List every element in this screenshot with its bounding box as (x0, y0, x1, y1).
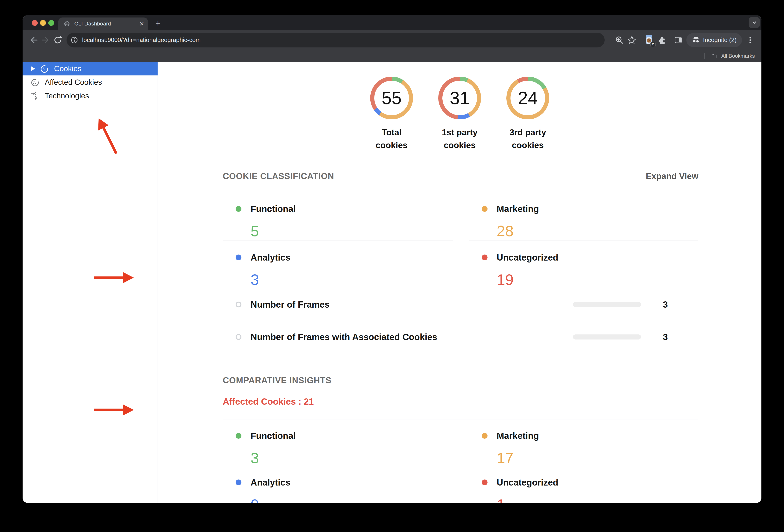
category-label: Analytics (251, 252, 290, 263)
technologies-icon (30, 91, 40, 101)
donut-first-party-cookies: 31 1st party cookies (435, 77, 485, 152)
folder-icon (711, 53, 718, 59)
classification-cell-marketing: Marketing 28 (469, 192, 698, 241)
new-tab-button[interactable]: + (152, 18, 163, 29)
sidebar-item-technologies[interactable]: Technologies (23, 89, 158, 103)
category-value: 28 (497, 222, 698, 240)
category-value: 19 (497, 271, 698, 289)
browser-tab[interactable]: CLI Dashboard × (58, 18, 148, 30)
category-label: Uncategorized (497, 477, 558, 487)
fullscreen-window-button[interactable] (48, 20, 54, 26)
donut-label: Total cookies (366, 126, 417, 152)
incognito-badge[interactable]: Incognito (2) (687, 33, 742, 47)
tab-title: CLI Dashboard (74, 21, 140, 27)
window-controls[interactable] (32, 20, 54, 26)
comparative-cell-marketing: Marketing 17 (469, 419, 698, 466)
frames-value: 3 (641, 299, 690, 310)
donut-summary-row: 55 Total cookies 31 1st party cookies 24 (158, 77, 761, 152)
donut-label: 3rd party cookies (503, 126, 553, 152)
forward-button[interactable] (40, 34, 52, 46)
annotation-arrow-right-comparative (91, 402, 138, 418)
side-panel-icon[interactable] (672, 34, 684, 46)
frames-row: Number of Frames with Associated Cookies… (223, 325, 698, 349)
extensions-puzzle-icon[interactable] (655, 34, 668, 46)
frames-progress-bar (573, 302, 641, 307)
category-dot (235, 479, 242, 485)
dashboard-main: 55 Total cookies 31 1st party cookies 24 (158, 62, 761, 503)
comparative-grid: Functional 3 Marketing 17 Analytics 0 (223, 419, 698, 503)
sidebar-item-label: Affected Cookies (45, 78, 102, 87)
back-button[interactable] (28, 34, 40, 46)
category-value: 3 (251, 449, 453, 467)
classification-cell-uncategorized: Uncategorized 19 (469, 241, 698, 290)
category-dot (235, 433, 242, 439)
address-bar[interactable]: localhost:9000/?dir=nationalgeographic-c… (66, 33, 605, 48)
category-dot (235, 255, 242, 260)
donut-chart: 24 (506, 77, 549, 119)
menu-kebab-icon[interactable] (744, 34, 756, 46)
frames-label: Number of Frames with Associated Cookies (251, 332, 573, 342)
frames-label: Number of Frames (251, 299, 573, 310)
classification-cell-functional: Functional 5 (223, 192, 453, 241)
all-bookmarks-label[interactable]: All Bookmarks (721, 53, 755, 59)
ring-icon (235, 334, 242, 340)
zoom-icon[interactable] (613, 34, 626, 46)
comparative-title: COMPARATIVE INSIGHTS (223, 376, 698, 385)
category-label: Functional (251, 431, 296, 441)
bookmarks-bar: All Bookmarks (23, 50, 761, 62)
cookie-icon (30, 77, 40, 87)
cookie-extension-icon[interactable]: 2 (643, 34, 655, 46)
affected-cookies-count: Affected Cookies : 21 (223, 396, 698, 407)
minimize-window-button[interactable] (40, 20, 46, 26)
chevron-down-icon (751, 19, 758, 26)
classification-grid: Functional 5 Marketing 28 Analytics 3 (223, 192, 698, 290)
tab-search-button[interactable] (749, 17, 760, 28)
donut-value: 24 (510, 81, 545, 115)
caret-right-icon[interactable] (31, 66, 35, 71)
donut-chart: 55 (370, 77, 413, 119)
comparative-cell-analytics: Analytics 0 (223, 466, 453, 503)
annotation-arrow-right-classification (91, 270, 138, 286)
category-value: 5 (251, 222, 453, 240)
tab-close-icon[interactable]: × (140, 20, 144, 27)
comparative-cell-uncategorized: Uncategorized 1 (469, 466, 698, 503)
bookmark-star-icon[interactable] (626, 34, 638, 46)
category-value: 1 (497, 496, 698, 503)
donut-label: 1st party cookies (435, 126, 485, 152)
browser-toolbar: localhost:9000/?dir=nationalgeographic-c… (23, 30, 761, 50)
donut-value: 31 (442, 81, 477, 115)
category-dot (482, 255, 487, 260)
tab-strip: CLI Dashboard × + (23, 15, 761, 30)
category-dot (482, 206, 487, 212)
category-value: 17 (497, 449, 698, 467)
expand-view-link[interactable]: Expand View (646, 171, 698, 181)
classification-cell-analytics: Analytics 3 (223, 241, 453, 290)
category-label: Uncategorized (497, 252, 558, 263)
category-value: 3 (251, 271, 453, 289)
toolbar-divider (670, 36, 670, 44)
dashboard-panel: COOKIE CLASSIFICATION Expand View Functi… (223, 171, 698, 503)
extension-badge: 2 (650, 42, 655, 47)
incognito-label: Incognito (2) (703, 36, 736, 43)
close-window-button[interactable] (32, 20, 38, 26)
sidebar-item-label: Technologies (45, 92, 89, 100)
site-info-icon[interactable] (69, 35, 79, 45)
sidebar-item-cookies[interactable]: Cookies (23, 62, 158, 76)
category-label: Functional (251, 204, 296, 214)
browser-window: CLI Dashboard × + (23, 15, 761, 503)
category-dot (235, 206, 242, 212)
reload-button[interactable] (52, 34, 64, 46)
frames-progress-bar (573, 334, 641, 339)
category-label: Marketing (497, 204, 539, 214)
category-value: 0 (251, 496, 453, 503)
category-label: Analytics (251, 477, 290, 487)
sidebar-item-label: Cookies (54, 64, 82, 73)
donut-chart: 31 (438, 77, 481, 119)
donut-value: 55 (374, 81, 409, 115)
donut-total-cookies: 55 Total cookies (366, 77, 417, 152)
frames-row: Number of Frames 3 (223, 293, 698, 316)
frames-stats: Number of Frames 3 Number of Frames with… (223, 293, 698, 349)
category-dot (482, 479, 487, 485)
sidebar-item-affected-cookies[interactable]: Affected Cookies (23, 76, 158, 89)
screenshot-root: CLI Dashboard × + (0, 0, 784, 532)
